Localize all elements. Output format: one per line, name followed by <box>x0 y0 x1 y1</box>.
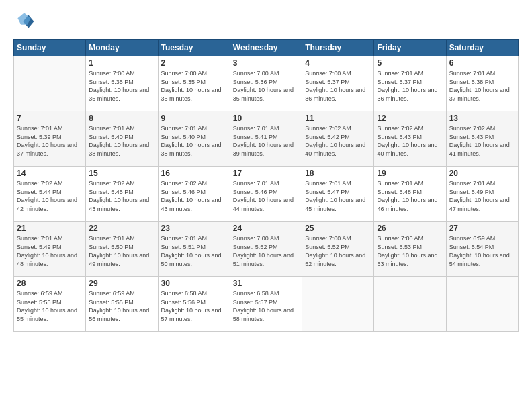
weekday-header-row: SundayMondayTuesdayWednesdayThursdayFrid… <box>14 40 519 56</box>
day-info: Sunrise: 7:01 AMSunset: 5:51 PMDaylight:… <box>161 234 227 268</box>
weekday-header-monday: Monday <box>86 40 158 56</box>
calendar-cell: 5Sunrise: 7:01 AMSunset: 5:37 PMDaylight… <box>374 56 446 111</box>
day-number: 16 <box>161 169 227 178</box>
day-number: 26 <box>377 224 443 233</box>
day-info: Sunrise: 7:00 AMSunset: 5:36 PMDaylight:… <box>233 69 299 103</box>
week-row-1: 1Sunrise: 7:00 AMSunset: 5:35 PMDaylight… <box>14 56 519 111</box>
day-number: 2 <box>161 58 227 68</box>
weekday-header-tuesday: Tuesday <box>158 40 230 56</box>
day-info: Sunrise: 7:01 AMSunset: 5:50 PMDaylight:… <box>89 234 154 268</box>
day-number: 8 <box>89 113 154 123</box>
day-number: 7 <box>17 113 83 123</box>
day-number: 4 <box>305 58 371 68</box>
calendar-cell: 27Sunrise: 6:59 AMSunset: 5:54 PMDayligh… <box>446 222 518 277</box>
day-number: 25 <box>305 224 371 233</box>
calendar-cell: 6Sunrise: 7:01 AMSunset: 5:38 PMDaylight… <box>446 56 518 111</box>
calendar-table: SundayMondayTuesdayWednesdayThursdayFrid… <box>13 39 519 332</box>
weekday-header-thursday: Thursday <box>302 40 374 56</box>
day-info: Sunrise: 7:00 AMSunset: 5:52 PMDaylight:… <box>233 234 299 268</box>
day-info: Sunrise: 7:01 AMSunset: 5:37 PMDaylight:… <box>377 69 443 103</box>
day-number: 6 <box>449 58 515 68</box>
day-number: 10 <box>233 113 299 123</box>
day-number: 27 <box>449 224 515 233</box>
day-info: Sunrise: 7:02 AMSunset: 5:42 PMDaylight:… <box>305 124 371 158</box>
day-number: 19 <box>377 169 443 178</box>
day-info: Sunrise: 7:00 AMSunset: 5:35 PMDaylight:… <box>89 69 154 103</box>
calendar-cell: 29Sunrise: 6:59 AMSunset: 5:55 PMDayligh… <box>86 277 158 332</box>
calendar-cell: 21Sunrise: 7:01 AMSunset: 5:49 PMDayligh… <box>14 222 86 277</box>
day-info: Sunrise: 7:01 AMSunset: 5:46 PMDaylight:… <box>233 179 299 213</box>
weekday-header-sunday: Sunday <box>14 40 86 56</box>
week-row-2: 7Sunrise: 7:01 AMSunset: 5:39 PMDaylight… <box>14 111 519 167</box>
calendar-cell: 20Sunrise: 7:01 AMSunset: 5:49 PMDayligh… <box>446 167 518 222</box>
day-info: Sunrise: 7:01 AMSunset: 5:41 PMDaylight:… <box>233 124 299 158</box>
weekday-header-wednesday: Wednesday <box>230 40 302 56</box>
day-number: 18 <box>305 169 371 178</box>
calendar-cell: 22Sunrise: 7:01 AMSunset: 5:50 PMDayligh… <box>86 222 158 277</box>
day-number: 5 <box>377 58 443 68</box>
calendar-cell: 18Sunrise: 7:01 AMSunset: 5:47 PMDayligh… <box>302 167 374 222</box>
day-info: Sunrise: 7:01 AMSunset: 5:49 PMDaylight:… <box>17 234 83 268</box>
calendar-cell: 23Sunrise: 7:01 AMSunset: 5:51 PMDayligh… <box>158 222 230 277</box>
day-number: 9 <box>161 113 227 123</box>
calendar-cell: 24Sunrise: 7:00 AMSunset: 5:52 PMDayligh… <box>230 222 302 277</box>
logo-icon <box>13 11 35 32</box>
calendar-cell: 15Sunrise: 7:02 AMSunset: 5:45 PMDayligh… <box>86 167 158 222</box>
calendar-cell: 2Sunrise: 7:00 AMSunset: 5:35 PMDaylight… <box>158 56 230 111</box>
calendar-cell: 8Sunrise: 7:01 AMSunset: 5:40 PMDaylight… <box>86 111 158 167</box>
day-info: Sunrise: 7:01 AMSunset: 5:40 PMDaylight:… <box>161 124 227 158</box>
day-info: Sunrise: 6:59 AMSunset: 5:54 PMDaylight:… <box>449 234 515 268</box>
week-row-4: 21Sunrise: 7:01 AMSunset: 5:49 PMDayligh… <box>14 222 519 277</box>
calendar-cell <box>302 277 374 332</box>
calendar-cell: 4Sunrise: 7:00 AMSunset: 5:37 PMDaylight… <box>302 56 374 111</box>
day-number: 11 <box>305 113 371 123</box>
day-number: 28 <box>17 279 83 288</box>
week-row-3: 14Sunrise: 7:02 AMSunset: 5:44 PMDayligh… <box>14 167 519 222</box>
calendar-cell: 17Sunrise: 7:01 AMSunset: 5:46 PMDayligh… <box>230 167 302 222</box>
day-info: Sunrise: 7:02 AMSunset: 5:45 PMDaylight:… <box>89 179 154 213</box>
calendar-cell <box>446 277 518 332</box>
calendar-cell: 26Sunrise: 7:00 AMSunset: 5:53 PMDayligh… <box>374 222 446 277</box>
calendar-cell: 1Sunrise: 7:00 AMSunset: 5:35 PMDaylight… <box>86 56 158 111</box>
week-row-5: 28Sunrise: 6:59 AMSunset: 5:55 PMDayligh… <box>14 277 519 332</box>
day-info: Sunrise: 7:00 AMSunset: 5:37 PMDaylight:… <box>305 69 371 103</box>
day-info: Sunrise: 6:58 AMSunset: 5:56 PMDaylight:… <box>161 289 227 323</box>
calendar-cell: 9Sunrise: 7:01 AMSunset: 5:40 PMDaylight… <box>158 111 230 167</box>
calendar-cell: 30Sunrise: 6:58 AMSunset: 5:56 PMDayligh… <box>158 277 230 332</box>
day-number: 31 <box>233 279 299 288</box>
day-number: 12 <box>377 113 443 123</box>
day-info: Sunrise: 7:00 AMSunset: 5:52 PMDaylight:… <box>305 234 371 268</box>
day-info: Sunrise: 7:00 AMSunset: 5:35 PMDaylight:… <box>161 69 227 103</box>
logo <box>13 11 38 32</box>
calendar-cell <box>14 56 86 111</box>
day-info: Sunrise: 7:02 AMSunset: 5:43 PMDaylight:… <box>377 124 443 158</box>
day-number: 3 <box>233 58 299 68</box>
calendar-cell: 25Sunrise: 7:00 AMSunset: 5:52 PMDayligh… <box>302 222 374 277</box>
calendar-cell: 19Sunrise: 7:01 AMSunset: 5:48 PMDayligh… <box>374 167 446 222</box>
calendar-page: SundayMondayTuesdayWednesdayThursdayFrid… <box>0 0 532 411</box>
header <box>13 11 519 32</box>
calendar-cell: 14Sunrise: 7:02 AMSunset: 5:44 PMDayligh… <box>14 167 86 222</box>
day-info: Sunrise: 7:01 AMSunset: 5:47 PMDaylight:… <box>305 179 371 213</box>
day-number: 14 <box>17 169 83 178</box>
day-info: Sunrise: 7:02 AMSunset: 5:46 PMDaylight:… <box>161 179 227 213</box>
calendar-cell: 3Sunrise: 7:00 AMSunset: 5:36 PMDaylight… <box>230 56 302 111</box>
calendar-cell: 12Sunrise: 7:02 AMSunset: 5:43 PMDayligh… <box>374 111 446 167</box>
day-number: 22 <box>89 224 154 233</box>
calendar-cell: 28Sunrise: 6:59 AMSunset: 5:55 PMDayligh… <box>14 277 86 332</box>
day-info: Sunrise: 7:01 AMSunset: 5:40 PMDaylight:… <box>89 124 154 158</box>
calendar-cell: 10Sunrise: 7:01 AMSunset: 5:41 PMDayligh… <box>230 111 302 167</box>
day-info: Sunrise: 7:01 AMSunset: 5:48 PMDaylight:… <box>377 179 443 213</box>
calendar-cell: 13Sunrise: 7:02 AMSunset: 5:43 PMDayligh… <box>446 111 518 167</box>
weekday-header-saturday: Saturday <box>446 40 518 56</box>
day-info: Sunrise: 7:00 AMSunset: 5:53 PMDaylight:… <box>377 234 443 268</box>
day-info: Sunrise: 6:58 AMSunset: 5:57 PMDaylight:… <box>233 289 299 323</box>
calendar-cell: 31Sunrise: 6:58 AMSunset: 5:57 PMDayligh… <box>230 277 302 332</box>
calendar-cell: 16Sunrise: 7:02 AMSunset: 5:46 PMDayligh… <box>158 167 230 222</box>
day-number: 15 <box>89 169 154 178</box>
day-number: 1 <box>89 58 154 68</box>
day-info: Sunrise: 6:59 AMSunset: 5:55 PMDaylight:… <box>17 289 83 323</box>
day-info: Sunrise: 7:02 AMSunset: 5:43 PMDaylight:… <box>449 124 515 158</box>
weekday-header-friday: Friday <box>374 40 446 56</box>
day-info: Sunrise: 7:01 AMSunset: 5:39 PMDaylight:… <box>17 124 83 158</box>
